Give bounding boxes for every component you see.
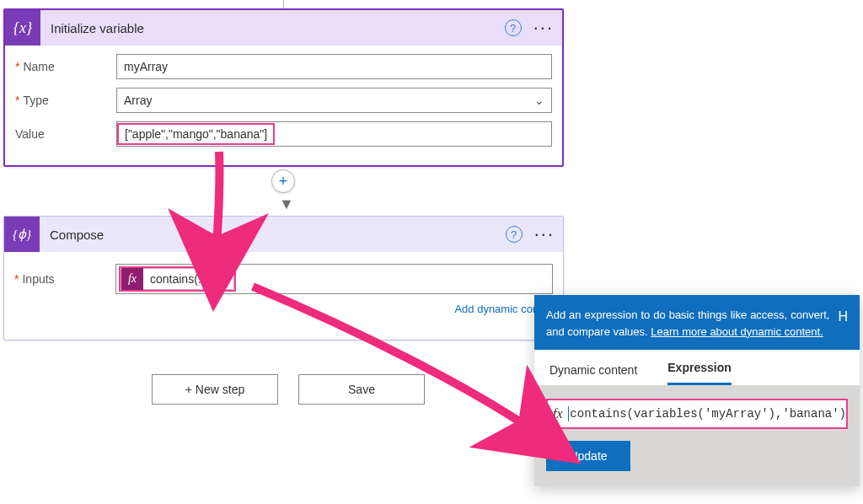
new-step-button[interactable]: + New step bbox=[152, 374, 278, 405]
label-inputs: Inputs bbox=[14, 272, 115, 286]
expression-dialog: Add an expression to do basic things lik… bbox=[534, 295, 860, 486]
value-input[interactable]: ["apple","mango","banana"] bbox=[116, 121, 552, 147]
expression-input[interactable]: fx contains(variables('myArray'),'banana… bbox=[546, 399, 848, 429]
action-card-initialize-variable: {x} Initialize variable ? ··· Name myArr… bbox=[3, 8, 564, 167]
expression-area: fx contains(variables('myArray'),'banana… bbox=[534, 385, 860, 486]
value-highlight: ["apple","mango","banana"] bbox=[117, 123, 275, 145]
insert-step-button[interactable]: + bbox=[271, 169, 295, 193]
card-body: Name myArray Type Array ⌄ Value ["apple"… bbox=[5, 46, 562, 157]
add-dynamic-content-link[interactable]: Add dynamic conte bbox=[14, 303, 553, 315]
card-body: Inputs fx contains(...) ✕ Add dynamic co… bbox=[4, 252, 563, 327]
chevron-down-icon: ⌄ bbox=[534, 94, 544, 107]
expression-token[interactable]: fx contains(...) ✕ bbox=[121, 268, 234, 290]
help-glyph: ? bbox=[510, 22, 516, 35]
popup-tabs: Dynamic content Expression bbox=[534, 350, 860, 385]
name-input-value: myArray bbox=[124, 60, 168, 73]
connector-segment-top bbox=[283, 0, 284, 8]
curly-braces-icon: {x} bbox=[5, 10, 40, 46]
name-input[interactable]: myArray bbox=[116, 54, 552, 79]
curly-glyph: {x} bbox=[13, 19, 32, 37]
inputs-field[interactable]: fx contains(...) ✕ bbox=[115, 264, 553, 294]
hide-button[interactable]: H bbox=[838, 307, 848, 340]
footer-buttons: + New step Save bbox=[152, 374, 425, 405]
fx-icon: fx bbox=[121, 268, 143, 290]
compose-icon: {ϕ} bbox=[4, 217, 40, 252]
update-button[interactable]: Update bbox=[546, 441, 630, 471]
type-select-value: Array bbox=[124, 94, 152, 107]
label-name: Name bbox=[15, 60, 116, 73]
help-glyph: ? bbox=[511, 228, 517, 241]
compose-glyph: {ϕ} bbox=[13, 227, 31, 242]
text-cursor bbox=[568, 406, 569, 421]
popup-help-banner: Add an expression to do basic things lik… bbox=[534, 295, 860, 350]
plus-icon: + bbox=[279, 173, 288, 190]
type-select[interactable]: Array ⌄ bbox=[116, 88, 552, 113]
learn-more-link[interactable]: Learn more about dynamic content. bbox=[651, 325, 823, 338]
card-title: Compose bbox=[50, 228, 506, 242]
tab-dynamic-content[interactable]: Dynamic content bbox=[549, 363, 637, 385]
save-button[interactable]: Save bbox=[298, 374, 425, 405]
help-icon[interactable]: ? bbox=[506, 226, 523, 243]
more-menu-icon[interactable]: ··· bbox=[534, 223, 555, 245]
card-title: Initialize variable bbox=[51, 21, 505, 35]
value-input-value: ["apple","mango","banana"] bbox=[125, 127, 267, 141]
remove-token-icon[interactable]: ✕ bbox=[218, 272, 228, 286]
tab-expression[interactable]: Expression bbox=[667, 361, 731, 385]
label-type: Type bbox=[15, 94, 116, 107]
arrow-down-icon: ▼ bbox=[279, 196, 294, 213]
token-label: contains(...) bbox=[150, 272, 212, 286]
expression-value: contains(variables('myArray'),'banana') bbox=[570, 407, 846, 421]
card-header[interactable]: {x} Initialize variable ? ··· bbox=[5, 10, 562, 46]
action-card-compose: {ϕ} Compose ? ··· Inputs fx contains(...… bbox=[3, 216, 564, 340]
fx-icon: fx bbox=[548, 406, 568, 421]
more-menu-icon[interactable]: ··· bbox=[533, 17, 554, 39]
inputs-highlight: fx contains(...) ✕ bbox=[119, 266, 236, 292]
label-value: Value bbox=[15, 127, 116, 141]
help-icon[interactable]: ? bbox=[505, 19, 522, 36]
card-header[interactable]: {ϕ} Compose ? ··· bbox=[4, 217, 563, 252]
